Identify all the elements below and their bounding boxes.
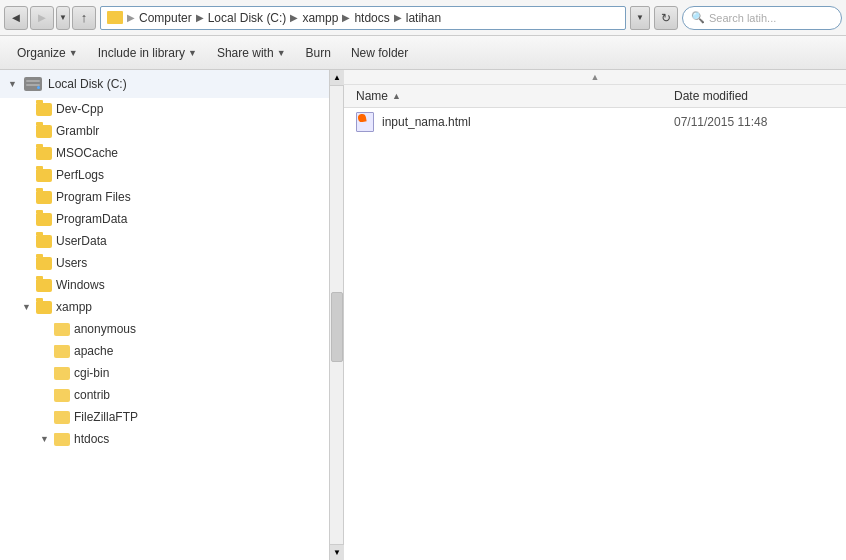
- scroll-thumb[interactable]: [331, 292, 343, 362]
- address-path[interactable]: ▶ Computer ▶ Local Disk (C:) ▶ xampp ▶ h…: [100, 6, 626, 30]
- new-folder-button[interactable]: New folder: [342, 40, 417, 66]
- sidebar-item-label: contrib: [74, 388, 110, 402]
- sidebar-item-cgi-bin[interactable]: ▶ cgi-bin: [0, 362, 329, 384]
- folder-icon: [36, 191, 52, 204]
- folder-icon: [54, 367, 70, 380]
- flame-icon: [357, 113, 366, 122]
- folder-icon: [36, 279, 52, 292]
- folder-icon: [36, 235, 52, 248]
- path-xampp[interactable]: xampp: [302, 11, 338, 25]
- sidebar-item-label: htdocs: [74, 432, 109, 446]
- share-with-button[interactable]: Share with ▼: [208, 40, 295, 66]
- sidebar-item-label: Gramblr: [56, 124, 99, 138]
- folder-icon: [36, 169, 52, 182]
- sidebar-item-contrib[interactable]: ▶ contrib: [0, 384, 329, 406]
- share-with-arrow: ▼: [277, 48, 286, 58]
- sidebar-scrollbar[interactable]: ▲ ▼: [330, 70, 344, 560]
- col-modified-label: Date modified: [674, 89, 748, 103]
- sidebar-item-label: Windows: [56, 278, 105, 292]
- path-arrow-3: ▶: [342, 12, 350, 23]
- share-with-label: Share with: [217, 46, 274, 60]
- html-file-icon: [356, 112, 374, 132]
- folder-icon: [36, 125, 52, 138]
- file-area: ▲ Name ▲ Date modified input_nama.html 0…: [344, 70, 846, 560]
- sidebar-item-anonymous[interactable]: ▶ anonymous: [0, 318, 329, 340]
- nav-buttons: ◄ ► ▼ ↑: [4, 6, 96, 30]
- up-button[interactable]: ↑: [72, 6, 96, 30]
- folder-icon: [36, 103, 52, 116]
- hdd-icon: [24, 77, 42, 91]
- organize-button[interactable]: Organize ▼: [8, 40, 87, 66]
- scroll-indicator[interactable]: ▲: [344, 70, 846, 85]
- path-folder-icon: [107, 11, 123, 24]
- column-name[interactable]: Name ▲: [356, 89, 674, 103]
- sidebar-item-label: Users: [56, 256, 87, 270]
- sidebar-item-windows[interactable]: ▶ Windows: [0, 274, 329, 296]
- col-name-label: Name: [356, 89, 388, 103]
- expand-arrow-xampp: ▼: [22, 302, 32, 312]
- scroll-down-arrow[interactable]: ▼: [330, 544, 344, 560]
- folder-icon: [36, 213, 52, 226]
- folder-icon: [36, 147, 52, 160]
- path-arrow-1: ▶: [196, 12, 204, 23]
- sidebar-item-label: anonymous: [74, 322, 136, 336]
- folder-icon: [54, 433, 70, 446]
- sidebar-item-perflogs[interactable]: ▶ PerfLogs: [0, 164, 329, 186]
- sidebar-item-label: PerfLogs: [56, 168, 104, 182]
- sidebar-item-userdata[interactable]: ▶ UserData: [0, 230, 329, 252]
- file-modified-date: 07/11/2015 11:48: [674, 115, 834, 129]
- search-placeholder: Search latih...: [709, 12, 776, 24]
- sidebar-item-label: apache: [74, 344, 113, 358]
- organize-arrow: ▼: [69, 48, 78, 58]
- include-in-library-button[interactable]: Include in library ▼: [89, 40, 206, 66]
- scroll-up-indicator: ▲: [591, 72, 600, 82]
- address-dropdown[interactable]: ▼: [630, 6, 650, 30]
- folder-icon: [36, 257, 52, 270]
- file-name: input_nama.html: [382, 115, 666, 129]
- forward-button[interactable]: ►: [30, 6, 54, 30]
- sidebar-item-devcpp[interactable]: ▶ Dev-Cpp: [0, 98, 329, 120]
- path-computer[interactable]: Computer: [139, 11, 192, 25]
- sidebar-item-apache[interactable]: ▶ apache: [0, 340, 329, 362]
- sidebar-root-item[interactable]: ▼ Local Disk (C:): [0, 70, 329, 98]
- folder-icon: [54, 323, 70, 336]
- sidebar-item-label: cgi-bin: [74, 366, 109, 380]
- back-button[interactable]: ◄: [4, 6, 28, 30]
- expand-arrow-htdocs: ▼: [40, 434, 50, 444]
- sidebar-item-xampp[interactable]: ▼ xampp: [0, 296, 329, 318]
- path-latihan[interactable]: latihan: [406, 11, 441, 25]
- sidebar-item-users[interactable]: ▶ Users: [0, 252, 329, 274]
- sidebar-item-label: xampp: [56, 300, 92, 314]
- main-content: ▼ Local Disk (C:) ▶ Dev-Cpp ▶ Gramblr ▶ …: [0, 70, 846, 560]
- address-bar: ◄ ► ▼ ↑ ▶ Computer ▶ Local Disk (C:) ▶ x…: [0, 0, 846, 36]
- search-box[interactable]: 🔍 Search latih...: [682, 6, 842, 30]
- column-modified[interactable]: Date modified: [674, 89, 834, 103]
- sidebar-item-filezillaftp[interactable]: ▶ FileZillaFTP: [0, 406, 329, 428]
- path-localdisk[interactable]: Local Disk (C:): [208, 11, 287, 25]
- search-icon: 🔍: [691, 11, 705, 24]
- scroll-up-arrow[interactable]: ▲: [330, 70, 344, 86]
- path-arrow-4: ▶: [394, 12, 402, 23]
- file-item[interactable]: input_nama.html 07/11/2015 11:48: [344, 108, 846, 136]
- path-htdocs[interactable]: htdocs: [354, 11, 389, 25]
- toolbar: Organize ▼ Include in library ▼ Share wi…: [0, 36, 846, 70]
- sidebar-item-label: ProgramData: [56, 212, 127, 226]
- sidebar-item-label: MSOCache: [56, 146, 118, 160]
- folder-icon: [36, 301, 52, 314]
- sidebar-item-label: Dev-Cpp: [56, 102, 103, 116]
- folder-icon: [54, 345, 70, 358]
- sidebar-item-msocache[interactable]: ▶ MSOCache: [0, 142, 329, 164]
- recent-dropdown[interactable]: ▼: [56, 6, 70, 30]
- sidebar-item-htdocs[interactable]: ▼ htdocs: [0, 428, 329, 450]
- file-list: input_nama.html 07/11/2015 11:48: [344, 108, 846, 560]
- refresh-button[interactable]: ↻: [654, 6, 678, 30]
- expand-arrow-root: ▼: [8, 79, 18, 89]
- sort-arrow: ▲: [392, 91, 401, 101]
- sidebar-item-programfiles[interactable]: ▶ Program Files: [0, 186, 329, 208]
- include-library-label: Include in library: [98, 46, 185, 60]
- sidebar-item-programdata[interactable]: ▶ ProgramData: [0, 208, 329, 230]
- folder-icon: [54, 411, 70, 424]
- sidebar-item-gramblr[interactable]: ▶ Gramblr: [0, 120, 329, 142]
- burn-button[interactable]: Burn: [297, 40, 340, 66]
- path-separator: ▶: [127, 12, 135, 23]
